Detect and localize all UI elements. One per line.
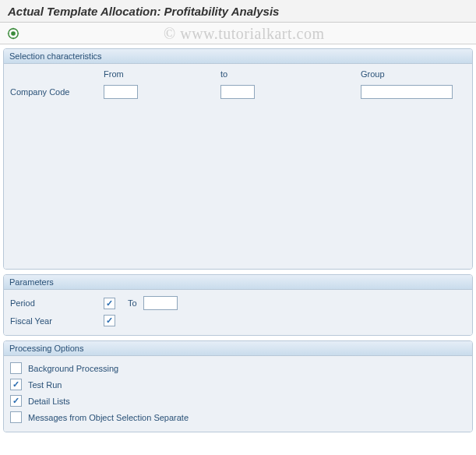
- parameters-panel-header: Parameters: [4, 275, 472, 290]
- processing-panel: Processing Options Background Processing…: [3, 340, 473, 432]
- selection-column-headers: From to Group: [10, 68, 466, 83]
- row-company-code: Company Code: [10, 83, 466, 101]
- column-group: Group: [361, 69, 466, 79]
- selection-panel: Selection characteristics From to Group …: [3, 48, 473, 270]
- row-fiscal-year: Fiscal Year: [10, 312, 466, 329]
- company-code-to-input[interactable]: [220, 85, 255, 99]
- company-code-from-input[interactable]: [104, 85, 138, 99]
- processing-panel-header: Processing Options: [4, 341, 472, 356]
- msg-separate-checkbox[interactable]: [10, 411, 22, 423]
- background-label: Background Processing: [28, 364, 118, 373]
- toolbar: [0, 23, 476, 44]
- period-label: Period: [10, 298, 104, 308]
- execute-icon[interactable]: [6, 26, 20, 41]
- row-period: Period To: [10, 294, 466, 312]
- detail-lists-checkbox[interactable]: [10, 395, 22, 407]
- parameters-panel-body: Period To Fiscal Year: [4, 290, 472, 335]
- period-to-label: To: [128, 298, 137, 308]
- background-checkbox[interactable]: [10, 362, 22, 374]
- fiscal-year-checkbox[interactable]: [104, 315, 115, 326]
- msg-separate-label: Messages from Object Selection Separate: [28, 413, 189, 422]
- row-background: Background Processing: [10, 360, 466, 376]
- parameters-panel: Parameters Period To Fiscal Year: [3, 274, 473, 336]
- column-to: to: [220, 69, 361, 79]
- svg-point-1: [11, 31, 16, 36]
- period-to-input[interactable]: [143, 296, 178, 310]
- company-code-group-input[interactable]: [361, 85, 453, 99]
- company-code-label: Company Code: [10, 87, 104, 97]
- row-msg-separate: Messages from Object Selection Separate: [10, 409, 466, 425]
- row-test-run: Test Run: [10, 376, 466, 393]
- column-from: From: [104, 69, 220, 79]
- processing-panel-body: Background Processing Test Run Detail Li…: [4, 356, 472, 432]
- row-detail-lists: Detail Lists: [10, 393, 466, 409]
- detail-lists-label: Detail Lists: [28, 397, 70, 406]
- fiscal-year-label: Fiscal Year: [10, 316, 104, 326]
- selection-panel-body: From to Group Company Code: [4, 64, 472, 269]
- content-area: Selection characteristics From to Group …: [0, 44, 476, 441]
- test-run-checkbox[interactable]: [10, 379, 22, 390]
- selection-panel-header: Selection characteristics: [4, 49, 472, 64]
- period-checkbox[interactable]: [104, 298, 115, 309]
- test-run-label: Test Run: [28, 380, 62, 390]
- page-title: Actual Template Allocation: Profitabilit…: [0, 0, 476, 23]
